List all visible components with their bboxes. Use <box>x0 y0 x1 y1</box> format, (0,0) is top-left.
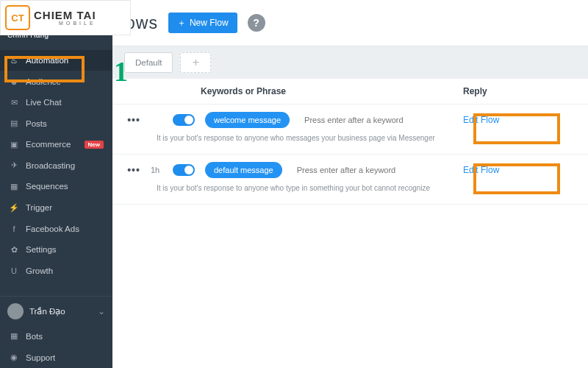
sidebar: Chính Hãng ♨Automation ☻Audience ✉Live C… <box>0 0 112 368</box>
new-badge: New <box>85 141 104 149</box>
toggle-switch[interactable] <box>173 164 195 176</box>
toggle-switch[interactable] <box>173 114 195 126</box>
tab-default[interactable]: Default <box>124 52 173 73</box>
bots-icon: ▦ <box>9 331 19 341</box>
tab-label: Default <box>135 58 162 67</box>
sidebar-item-label: Audience <box>26 77 61 86</box>
new-flow-label: New Flow <box>190 18 229 28</box>
sidebar-item-label: Trigger <box>26 203 52 212</box>
sitemap-icon: ♨ <box>9 56 19 66</box>
table-head: Keywords or Phrase Reply <box>112 79 588 105</box>
cart-icon: ▣ <box>9 140 19 149</box>
row-menu-button[interactable]: ••• <box>127 114 140 126</box>
edit-flow-link[interactable]: Edit Flow <box>463 115 499 125</box>
sidebar-item-growth[interactable]: UGrowth <box>0 260 112 281</box>
keyword-pill[interactable]: welcome message <box>205 112 290 128</box>
chevron-down-icon: ⌄ <box>98 306 105 316</box>
magnet-icon: U <box>9 266 19 275</box>
tab-add[interactable]: + <box>180 52 211 73</box>
flow-row: ••• welcome message Edit Flow It is your… <box>112 105 588 155</box>
sidebar-item-bots[interactable]: ▦Bots <box>0 325 112 347</box>
row-description: It is your bot's response to anyone who … <box>157 184 573 192</box>
sidebar-item-settings[interactable]: ✿Settings <box>0 239 112 261</box>
col-keywords: Keywords or Phrase <box>201 86 286 96</box>
calendar-icon: ▦ <box>9 182 19 191</box>
pill-label: default message <box>214 166 273 174</box>
support-icon: ◉ <box>9 353 19 362</box>
logo-line2: MOBILE <box>34 21 96 26</box>
sidebar-item-label: Facebook Ads <box>26 224 79 233</box>
avatar <box>7 303 24 319</box>
sidebar-item-support[interactable]: ◉Support <box>0 347 112 368</box>
sidebar-item-automation[interactable]: ♨Automation <box>0 50 112 71</box>
main: ows ＋New Flow ? Default + Keywords or Ph… <box>112 0 588 368</box>
posts-icon: ▤ <box>9 118 19 128</box>
new-flow-button[interactable]: ＋New Flow <box>168 13 237 33</box>
audience-icon: ☻ <box>9 77 19 86</box>
content: Keywords or Phrase Reply ••• welcome mes… <box>112 79 588 368</box>
sidebar-item-posts[interactable]: ▤Posts <box>0 113 112 135</box>
sidebar-item-sequences[interactable]: ▦Sequences <box>0 176 112 197</box>
row-menu-button[interactable]: ••• <box>127 164 140 176</box>
sidebar-item-label: Sequences <box>26 182 68 191</box>
sidebar-item-label: Automation <box>26 56 68 65</box>
sidebar-item-label: Bots <box>26 332 43 341</box>
sidebar-item-label: Settings <box>26 245 57 254</box>
sidebar-item-facebookads[interactable]: fFacebook Ads <box>0 218 112 239</box>
sidebar-item-label: Growth <box>26 266 53 275</box>
logo-line1: CHIEM TAI <box>34 10 96 21</box>
time-ago: 1h <box>151 166 162 174</box>
plus-icon: + <box>193 56 199 69</box>
sidebar-item-label: Support <box>26 353 55 362</box>
gear-icon: ✿ <box>9 245 19 255</box>
sidebar-item-trigger[interactable]: ⚡Trigger <box>0 197 112 219</box>
help-button[interactable]: ? <box>248 14 265 32</box>
logo-mark: CT <box>5 5 30 30</box>
chat-icon: ✉ <box>9 98 19 107</box>
sidebar-item-label: Broadcasting <box>26 161 75 170</box>
user-menu[interactable]: Trần Đạo ⌄ <box>0 296 112 325</box>
sidebar-item-broadcasting[interactable]: ✈Broadcasting <box>0 155 112 177</box>
keyword-input[interactable] <box>300 113 453 127</box>
sidebar-item-livechat[interactable]: ✉Live Chat <box>0 92 112 113</box>
plus-icon: ＋ <box>177 17 186 29</box>
sidebar-item-ecommerce[interactable]: ▣EcommerceNew <box>0 134 112 155</box>
topbar: ows ＋New Flow ? <box>112 0 588 46</box>
tabs-row: Default + <box>112 46 588 79</box>
logo-overlay: CT CHIEM TAI MOBILE <box>0 0 131 35</box>
pill-label: welcome message <box>214 116 281 124</box>
sidebar-item-label: Posts <box>26 119 47 128</box>
row-description: It is your bot's response to anyone who … <box>157 134 573 142</box>
sidebar-item-label: Ecommerce <box>26 140 71 149</box>
keyword-input[interactable] <box>293 163 453 177</box>
annotation-number-1: 1 <box>114 55 128 88</box>
sidebar-item-label: Live Chat <box>26 98 62 107</box>
edit-flow-link[interactable]: Edit Flow <box>463 165 499 175</box>
keyword-pill[interactable]: default message <box>205 162 282 178</box>
bolt-icon: ⚡ <box>9 203 19 213</box>
broadcast-icon: ✈ <box>9 160 19 170</box>
facebook-icon: f <box>9 224 19 233</box>
col-reply: Reply <box>463 86 573 96</box>
user-name: Trần Đạo <box>29 306 65 316</box>
flow-row: ••• 1h default message Edit Flow It is y… <box>112 155 588 205</box>
sidebar-item-audience[interactable]: ☻Audience <box>0 71 112 92</box>
